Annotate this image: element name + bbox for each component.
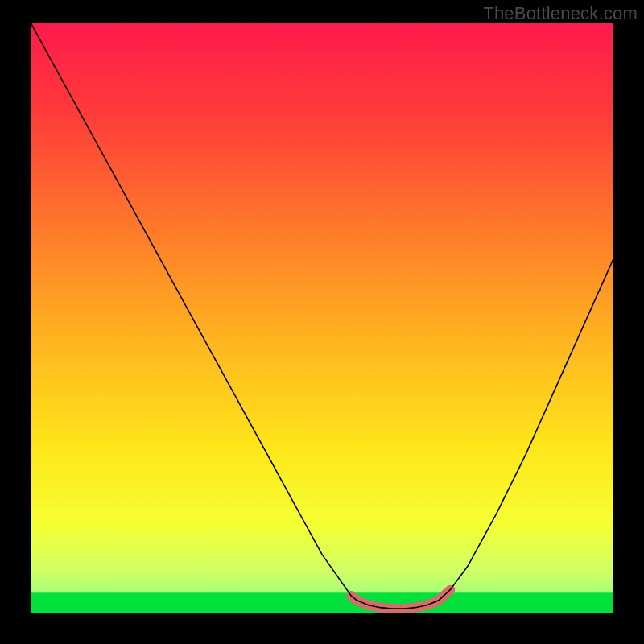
- plot-area: [31, 23, 613, 613]
- plot-svg: [31, 23, 613, 613]
- watermark-text: TheBottleneck.com: [483, 3, 638, 24]
- gradient-background: [31, 23, 613, 613]
- green-band: [31, 592, 613, 613]
- chart-frame: TheBottleneck.com: [0, 0, 644, 644]
